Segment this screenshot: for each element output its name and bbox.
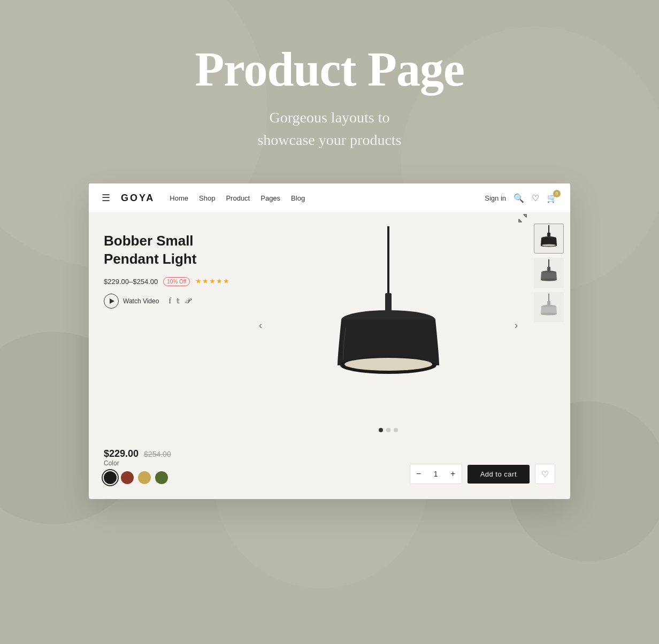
nav-links: Home Shop Product Pages Blog (170, 194, 476, 202)
price-display: $229.00 $254.00 (104, 448, 171, 459)
cart-badge: 0 (553, 190, 561, 197)
svg-rect-16 (547, 267, 550, 271)
bottom-right: − + Add to cart ♡ (410, 464, 555, 484)
card-wrapper: ☰ GOYA Home Shop Product Pages Blog Sign… (0, 183, 659, 499)
star-rating: ★★★★★ (195, 277, 230, 286)
swatch-green[interactable] (155, 471, 168, 484)
product-bottom: $229.00 $254.00 Color − + Add to cart (89, 438, 570, 499)
product-image-area: ‹ (249, 213, 527, 438)
hero-subtitle: Gorgeous layouts to showcase your produc… (11, 106, 648, 151)
play-button[interactable] (104, 294, 119, 309)
social-icons: f 𝕥 𝒫 (168, 297, 190, 305)
hero-section: Product Page Gorgeous layouts to showcas… (0, 0, 659, 183)
facebook-icon[interactable]: f (168, 297, 171, 305)
wishlist-icon[interactable]: ♡ (532, 193, 539, 203)
product-image (313, 226, 463, 413)
product-info: Bobber Small Pendant Light $229.00–$254.… (89, 213, 249, 438)
pinterest-icon[interactable]: 𝒫 (185, 297, 190, 305)
svg-rect-11 (547, 233, 550, 236)
bottom-left: $229.00 $254.00 Color (104, 448, 171, 484)
nav-shop[interactable]: Shop (199, 194, 215, 202)
brand-logo[interactable]: GOYA (121, 193, 155, 204)
play-triangle-icon (110, 298, 114, 304)
nav-home[interactable]: Home (170, 194, 188, 202)
dot-1[interactable] (379, 428, 383, 432)
color-swatches (104, 471, 171, 484)
nav-pages[interactable]: Pages (260, 194, 280, 202)
swatch-gold[interactable] (138, 471, 151, 484)
swatch-red[interactable] (121, 471, 134, 484)
dot-3[interactable] (394, 428, 398, 432)
discount-badge: 10% Off (163, 277, 190, 286)
twitter-icon[interactable]: 𝕥 (177, 297, 180, 305)
navbar: ☰ GOYA Home Shop Product Pages Blog Sign… (89, 183, 570, 213)
original-price: $254.00 (144, 450, 171, 458)
cart-icon[interactable]: 🛒 0 (547, 193, 557, 203)
thumbnail-sidebar (527, 213, 570, 438)
nav-actions: Sign in 🔍 ♡ 🛒 0 (485, 193, 557, 203)
thumbnail-3[interactable] (534, 292, 564, 322)
watch-video-label[interactable]: Watch Video (123, 297, 159, 305)
svg-rect-20 (547, 301, 550, 305)
search-icon[interactable]: 🔍 (514, 193, 524, 203)
price-row: $229.00–$254.00 10% Off ★★★★★ (104, 277, 234, 286)
current-price: $229.00 (104, 448, 139, 459)
swatch-black[interactable] (104, 471, 117, 484)
carousel-prev-button[interactable]: ‹ (255, 316, 266, 335)
nav-blog[interactable]: Blog (291, 194, 305, 202)
quantity-control: − + (410, 464, 462, 484)
nav-product[interactable]: Product (226, 194, 250, 202)
add-to-cart-button[interactable]: Add to cart (468, 465, 530, 484)
wishlist-button[interactable]: ♡ (535, 464, 555, 484)
quantity-increase-button[interactable]: + (445, 464, 462, 484)
product-title: Bobber Small Pendant Light (104, 232, 234, 269)
color-label: Color (104, 459, 171, 467)
bottom-spacer (0, 499, 659, 563)
quantity-decrease-button[interactable]: − (410, 464, 427, 484)
dot-2[interactable] (386, 428, 390, 432)
thumbnail-1[interactable] (534, 224, 564, 254)
svg-point-18 (541, 279, 557, 281)
svg-point-9 (344, 358, 432, 371)
svg-point-14 (542, 244, 556, 247)
carousel-dots (379, 428, 398, 432)
expand-icon[interactable] (518, 213, 527, 225)
product-card: ☰ GOYA Home Shop Product Pages Blog Sign… (89, 183, 570, 499)
thumbnail-2[interactable] (534, 258, 564, 288)
quantity-input[interactable] (427, 464, 445, 484)
signin-link[interactable]: Sign in (485, 194, 506, 202)
price-range: $229.00–$254.00 (104, 278, 158, 286)
product-main: Bobber Small Pendant Light $229.00–$254.… (89, 213, 570, 438)
hero-title: Product Page (11, 43, 648, 96)
watch-video-row: Watch Video f 𝕥 𝒫 (104, 294, 234, 309)
carousel-next-button[interactable]: › (510, 316, 522, 335)
svg-point-22 (541, 313, 557, 316)
hamburger-icon[interactable]: ☰ (102, 192, 110, 204)
